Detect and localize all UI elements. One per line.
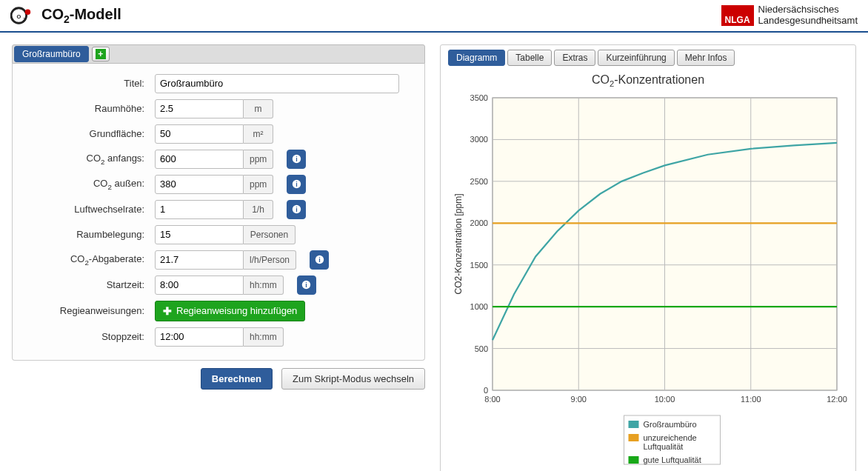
svg-text:0: 0 — [484, 386, 488, 395]
unit-grundflaeche: m² — [244, 124, 273, 144]
input-co2-aussen[interactable] — [155, 175, 244, 194]
input-raumhoehe[interactable] — [155, 99, 244, 118]
input-raumbelegung[interactable] — [155, 225, 244, 244]
tab-diagramm[interactable]: Diagramm — [448, 50, 505, 66]
svg-text:Luftqualität: Luftqualität — [644, 442, 684, 451]
label-grundflaeche: Grundfläche: — [23, 128, 149, 139]
svg-text:2500: 2500 — [470, 177, 488, 186]
svg-text:9:00: 9:00 — [571, 395, 587, 404]
label-stoppzeit: Stoppzeit: — [23, 331, 149, 342]
svg-text:i: i — [296, 181, 297, 188]
unit-luftwechselrate: 1/h — [244, 200, 273, 219]
svg-text:1000: 1000 — [470, 302, 488, 311]
left-pane: Großraumbüro + Titel: Raumhöhe: m Grundf… — [12, 44, 425, 390]
add-regieanweisung-label: Regieanweisung hinzufügen — [176, 305, 297, 316]
unit-co2-aussen: ppm — [244, 175, 273, 194]
svg-text:Großraumbüro: Großraumbüro — [644, 420, 697, 429]
unit-co2-abgaberate: l/h/Person — [244, 250, 296, 270]
svg-text:8:00: 8:00 — [484, 395, 500, 404]
info-startzeit-button[interactable]: i — [297, 275, 316, 295]
add-regieanweisung-button[interactable]: ✚ Regieanweisung hinzufügen — [155, 301, 305, 321]
svg-text:i: i — [318, 256, 320, 264]
tab-extras[interactable]: Extras — [554, 50, 595, 66]
svg-text:1500: 1500 — [470, 261, 488, 270]
form-actions: Berechnen Zum Skript-Modus wechseln — [12, 368, 425, 390]
svg-text:3500: 3500 — [470, 94, 488, 102]
svg-text:500: 500 — [475, 344, 488, 353]
input-titel[interactable] — [155, 74, 399, 93]
svg-text:gute Luftqualität: gute Luftqualität — [644, 455, 701, 464]
input-co2-anfangs[interactable] — [155, 150, 244, 169]
input-stoppzeit[interactable] — [155, 327, 244, 347]
nlga-text: Niedersächsisches Landesgesundheitsamt — [758, 4, 858, 27]
label-titel: Titel: — [23, 78, 149, 89]
skriptmodus-button[interactable]: Zum Skript-Modus wechseln — [281, 368, 425, 390]
info-luftwechselrate-button[interactable]: i — [287, 200, 306, 219]
nlga-line1: Niedersächsisches — [758, 4, 858, 16]
svg-text:O: O — [17, 13, 21, 20]
svg-text:2: 2 — [23, 16, 25, 21]
svg-point-1 — [25, 10, 30, 15]
input-startzeit[interactable] — [155, 275, 244, 295]
tab-mehrinfos[interactable]: Mehr Infos — [677, 50, 735, 66]
nlga-badge-icon: NLGA — [721, 5, 754, 26]
label-startzeit: Startzeit: — [23, 279, 149, 290]
app-header: O 2 CO2-Modell NLGA Niedersächsisches La… — [0, 0, 868, 33]
unit-raumbelegung: Personen — [244, 225, 296, 244]
tab-room-1[interactable]: Großraumbüro — [14, 46, 89, 62]
plus-icon: ✚ — [163, 305, 172, 317]
svg-text:10:00: 10:00 — [655, 395, 675, 404]
info-co2-aussen-button[interactable]: i — [287, 175, 306, 194]
co2-chart: 05001000150020002500300035008:009:0010:0… — [448, 94, 848, 471]
svg-text:unzureichende: unzureichende — [644, 433, 697, 442]
svg-text:3000: 3000 — [470, 135, 488, 144]
nlga-line2: Landesgesundheitsamt — [758, 16, 858, 27]
svg-text:i: i — [296, 156, 297, 163]
svg-text:i: i — [296, 206, 297, 213]
chart-title: CO2-Konzentrationen — [448, 70, 848, 94]
tab-kurzeinfuehrung[interactable]: Kurzeinführung — [598, 50, 674, 66]
room-form: Titel: Raumhöhe: m Grundfläche: m² CO2 a… — [12, 64, 425, 361]
berechnen-button[interactable]: Berechnen — [201, 368, 273, 390]
input-co2-abgaberate[interactable] — [155, 250, 244, 270]
co2-logo-icon: O 2 — [10, 5, 34, 26]
result-tabstrip: Diagramm Tabelle Extras Kurzeinführung M… — [448, 50, 848, 66]
unit-stoppzeit: hh:mm — [244, 327, 284, 347]
input-luftwechselrate[interactable] — [155, 200, 244, 219]
svg-text:i: i — [305, 281, 307, 289]
info-co2-anfangs-button[interactable]: i — [287, 150, 306, 169]
room-tabstrip: Großraumbüro + — [12, 44, 425, 64]
plus-icon: + — [96, 49, 106, 59]
info-co2-abgaberate-button[interactable]: i — [310, 250, 329, 270]
right-pane: Diagramm Tabelle Extras Kurzeinführung M… — [440, 44, 856, 471]
label-regieanweisungen: Regieanweisungen: — [23, 305, 149, 316]
label-luftwechselrate: Luftwechselrate: — [23, 204, 149, 215]
nlga-logo: NLGA Niedersächsisches Landesgesundheits… — [721, 4, 858, 27]
app-title: CO2-Modell — [41, 6, 121, 25]
svg-text:11:00: 11:00 — [741, 395, 761, 404]
svg-text:CO2-Konzentration [ppm]: CO2-Konzentration [ppm] — [453, 194, 464, 295]
tab-tabelle[interactable]: Tabelle — [507, 50, 552, 66]
unit-co2-anfangs: ppm — [244, 150, 273, 169]
svg-text:12:00: 12:00 — [827, 395, 847, 404]
chart-area: CO2-Konzentrationen 05001000150020002500… — [448, 70, 848, 471]
unit-raumhoehe: m — [244, 99, 273, 118]
label-raumbelegung: Raumbelegung: — [23, 229, 149, 240]
svg-text:2000: 2000 — [470, 218, 488, 227]
unit-startzeit: hh:mm — [244, 275, 284, 295]
header-left: O 2 CO2-Modell — [10, 5, 121, 26]
label-co2-aussen: CO2 außen: — [23, 178, 149, 191]
add-room-button[interactable]: + — [92, 47, 110, 61]
input-grundflaeche[interactable] — [155, 124, 244, 144]
label-co2-anfangs: CO2 anfangs: — [23, 153, 149, 166]
label-raumhoehe: Raumhöhe: — [23, 103, 149, 114]
label-co2-abgaberate: CO2-Abgaberate: — [23, 253, 149, 267]
